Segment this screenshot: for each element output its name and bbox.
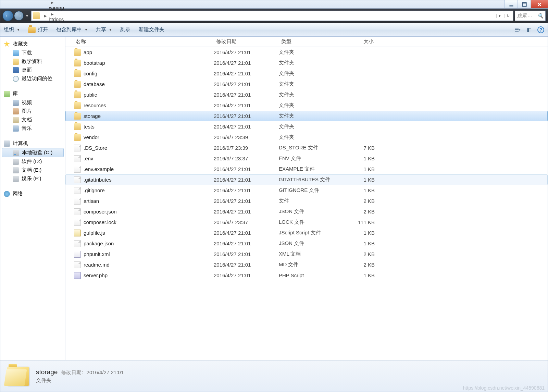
- file-type: 文件夹: [279, 70, 347, 77]
- file-row[interactable]: package.json2016/4/27 21:01JSON 文件1 KB: [65, 238, 548, 249]
- file-date: 2016/9/7 23:39: [214, 145, 279, 151]
- file-row[interactable]: .DS_Store2016/9/7 23:39DS_STORE 文件7 KB: [65, 143, 548, 153]
- file-row[interactable]: .gitignore2016/4/27 21:01GITIGNORE 文件1 K…: [65, 185, 548, 196]
- drive-icon: [13, 167, 19, 173]
- file-row[interactable]: storage2016/4/27 21:01文件夹: [65, 111, 548, 121]
- search-input[interactable]: 搜索 ... 🔍: [515, 11, 546, 21]
- open-folder-icon: [28, 27, 36, 33]
- breadcrumb-segment[interactable]: xampp: [49, 5, 79, 11]
- library-icon: [4, 91, 10, 97]
- minimize-button[interactable]: [505, 0, 518, 8]
- sidebar-item-teaching[interactable]: 教学资料: [0, 57, 65, 66]
- breadcrumb-bar[interactable]: ▶ 计算机▶本地磁盘 (C:)▶xampp▶htdocs▶PHPprimary▶…: [31, 11, 513, 21]
- file-row[interactable]: vendor2016/9/7 23:39文件夹: [65, 132, 548, 143]
- column-header-size[interactable]: 大小: [346, 38, 381, 45]
- file-row[interactable]: composer.lock2016/9/7 23:37LOCK 文件111 KB: [65, 217, 548, 228]
- file-row[interactable]: .env.example2016/4/27 21:01EXAMPLE 文件1 K…: [65, 164, 548, 174]
- preview-pane-button[interactable]: ◧: [526, 26, 533, 33]
- file-type: GITATTRIBUTES 文件: [279, 176, 347, 183]
- drive-icon: [13, 176, 19, 182]
- sidebar-item-music[interactable]: 音乐: [0, 124, 65, 133]
- help-button[interactable]: ?: [537, 26, 544, 33]
- file-row[interactable]: resources2016/4/27 21:01文件夹: [65, 100, 548, 111]
- sidebar-item-downloads[interactable]: 下载: [0, 49, 65, 57]
- file-row[interactable]: phpunit.xml2016/4/27 21:01XML 文档2 KB: [65, 249, 548, 259]
- file-type: XML 文档: [279, 251, 347, 257]
- file-icon: [74, 261, 81, 268]
- file-date: 2016/4/27 21:01: [214, 230, 279, 236]
- include-library-menu[interactable]: 包含到库中▼: [56, 26, 88, 33]
- sidebar-item-recent[interactable]: 最近访问的位: [0, 74, 65, 83]
- open-button[interactable]: 打开: [28, 26, 48, 33]
- file-row[interactable]: database2016/4/27 21:01文件夹: [65, 79, 548, 89]
- file-date: 2016/9/7 23:37: [214, 219, 279, 225]
- sidebar-item-drive-c[interactable]: 本地磁盘 (C:): [2, 148, 64, 157]
- sidebar-item-videos[interactable]: 视频: [0, 98, 65, 107]
- file-row[interactable]: public2016/4/27 21:01文件夹: [65, 89, 548, 100]
- file-icon: [74, 145, 81, 151]
- computer-group[interactable]: 计算机: [0, 139, 65, 148]
- file-row[interactable]: .env2016/9/7 23:37ENV 文件1 KB: [65, 153, 548, 164]
- file-icon: [74, 272, 81, 279]
- favorites-group[interactable]: 收藏夹: [0, 39, 65, 49]
- file-date: 2016/4/27 21:01: [214, 92, 279, 98]
- organize-menu[interactable]: 组织▼: [4, 26, 20, 33]
- file-date: 2016/4/27 21:01: [214, 262, 279, 268]
- column-header-type[interactable]: 类型: [278, 38, 346, 45]
- file-name: public: [84, 92, 214, 98]
- maximize-button[interactable]: [518, 0, 531, 8]
- computer-icon: [4, 140, 10, 147]
- column-header-name[interactable]: 名称: [65, 38, 213, 45]
- file-row[interactable]: config2016/4/27 21:01文件夹: [65, 68, 548, 79]
- file-icon: [74, 198, 81, 205]
- sidebar-item-documents[interactable]: 文档: [0, 115, 65, 124]
- column-header-date[interactable]: 修改日期: [213, 38, 278, 45]
- sidebar-item-drive-d[interactable]: 软件 (D:): [0, 157, 65, 166]
- new-folder-button[interactable]: 新建文件夹: [139, 26, 164, 33]
- file-date: 2016/4/27 21:01: [214, 49, 279, 55]
- file-type: 文件夹: [279, 113, 347, 119]
- history-dropdown[interactable]: ▼: [24, 12, 30, 19]
- close-button[interactable]: [531, 0, 548, 8]
- file-row[interactable]: server.php2016/4/27 21:01PHP Script1 KB: [65, 270, 548, 281]
- file-row[interactable]: composer.json2016/4/27 21:01JSON 文件2 KB: [65, 206, 548, 217]
- back-button[interactable]: ←: [2, 10, 13, 21]
- refresh-button[interactable]: ↻: [504, 14, 512, 18]
- file-name: bootstrap: [84, 60, 214, 66]
- file-date: 2016/4/27 21:01: [214, 124, 279, 130]
- file-type: LOCK 文件: [279, 219, 347, 225]
- libraries-group[interactable]: 库: [0, 89, 65, 98]
- file-size: 1 KB: [347, 272, 382, 278]
- file-size: 1 KB: [347, 156, 382, 161]
- forward-button[interactable]: →: [14, 11, 24, 21]
- sidebar-item-drive-e[interactable]: 文档 (E:): [0, 166, 65, 174]
- file-date: 2016/4/27 21:01: [214, 81, 279, 87]
- share-menu[interactable]: 共享▼: [96, 26, 112, 33]
- sidebar-item-drive-f[interactable]: 娱乐 (F:): [0, 174, 65, 183]
- file-name: database: [84, 81, 214, 87]
- downloads-icon: [13, 50, 19, 56]
- view-options-button[interactable]: ☰ ▾: [514, 26, 521, 33]
- file-row[interactable]: gulpfile.js2016/4/27 21:01JScript Script…: [65, 228, 548, 238]
- burn-button[interactable]: 刻录: [120, 26, 130, 33]
- breadcrumb-segment[interactable]: htdocs: [49, 16, 79, 22]
- sidebar-item-desktop[interactable]: 桌面: [0, 66, 65, 74]
- file-row[interactable]: bootstrap2016/4/27 21:01文件夹: [65, 58, 548, 68]
- file-row[interactable]: artisan2016/4/27 21:01文件2 KB: [65, 196, 548, 206]
- file-type: 文件夹: [279, 81, 347, 87]
- file-name: .env: [84, 156, 214, 161]
- path-dropdown[interactable]: ▾: [496, 14, 503, 18]
- network-group[interactable]: 网络: [0, 189, 65, 198]
- network-icon: [4, 191, 10, 197]
- file-row[interactable]: tests2016/4/27 21:01文件夹: [65, 121, 548, 132]
- file-date: 2016/4/27 21:01: [214, 60, 279, 66]
- file-row[interactable]: app2016/4/27 21:01文件夹: [65, 47, 548, 58]
- file-name: storage: [84, 113, 214, 119]
- chevron-icon[interactable]: ▶: [51, 12, 53, 16]
- chevron-icon[interactable]: ▶: [51, 0, 53, 4]
- picture-icon: [13, 108, 19, 114]
- file-row[interactable]: .gitattributes2016/4/27 21:01GITATTRIBUT…: [65, 174, 548, 185]
- sidebar-item-pictures[interactable]: 图片: [0, 107, 65, 115]
- file-icon: [74, 219, 81, 226]
- file-row[interactable]: readme.md2016/4/27 21:01MD 文件2 KB: [65, 259, 548, 270]
